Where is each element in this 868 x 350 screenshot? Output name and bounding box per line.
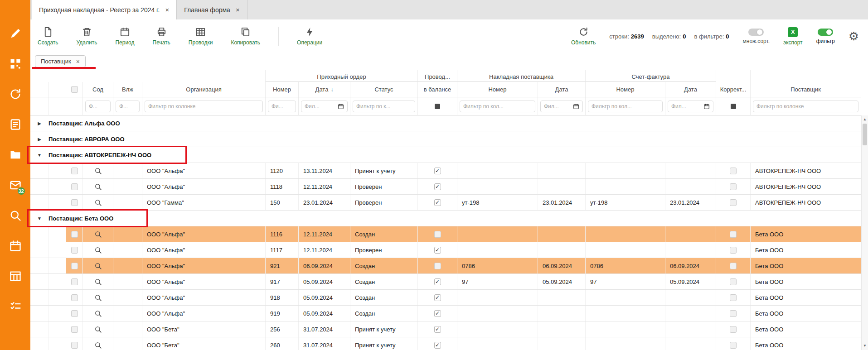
- row-checkbox[interactable]: [71, 326, 78, 333]
- scroll-down-icon[interactable]: ▼: [862, 343, 868, 349]
- preview-magnifier-icon[interactable]: [94, 294, 102, 302]
- calendar-icon[interactable]: [9, 240, 22, 252]
- group-row[interactable]: ▶Поставщик: Альфа ООО: [30, 115, 861, 131]
- mail-icon[interactable]: 32: [9, 179, 22, 192]
- row-checkbox[interactable]: [71, 183, 78, 190]
- period-calendar-button[interactable]: Период: [115, 27, 134, 46]
- preview-magnifier-icon[interactable]: [94, 246, 102, 254]
- calendar-icon[interactable]: [338, 103, 344, 110]
- in-balance-checkbox[interactable]: ✓: [434, 278, 441, 285]
- preview-magnifier-icon[interactable]: [94, 310, 102, 317]
- column-header-expander[interactable]: [30, 82, 48, 97]
- row-checkbox[interactable]: [71, 168, 78, 174]
- column-header-attachments[interactable]: Влж: [113, 82, 142, 97]
- in-balance-checkbox[interactable]: [434, 263, 441, 269]
- filter-input-organization[interactable]: Фильтр по колонке: [145, 101, 263, 112]
- select-all-checkbox[interactable]: [71, 86, 78, 93]
- filter-checkbox-in_balance[interactable]: [435, 104, 440, 109]
- preview-magnifier-icon[interactable]: [94, 230, 102, 238]
- preview-magnifier-icon[interactable]: [94, 278, 102, 286]
- correction-checkbox[interactable]: [730, 278, 737, 285]
- refresh-button[interactable]: Обновить: [571, 27, 596, 46]
- close-icon[interactable]: ×: [165, 6, 169, 13]
- in-balance-checkbox[interactable]: ✓: [434, 294, 441, 301]
- column-header-supplier_invoice_date[interactable]: Дата: [538, 82, 586, 97]
- in-balance-checkbox[interactable]: ✓: [434, 183, 441, 190]
- correction-checkbox[interactable]: [730, 263, 737, 269]
- modules-grid-icon[interactable]: [9, 58, 22, 70]
- in-balance-checkbox[interactable]: [434, 231, 441, 238]
- trash-button[interactable]: Удалить: [77, 27, 97, 46]
- table-row[interactable]: ООО "Альфа"111612.11.2024СозданБета ООО: [30, 226, 861, 242]
- multi-sort-toggle[interactable]: [748, 29, 764, 36]
- documents-list-icon[interactable]: [9, 118, 22, 131]
- column-header-supplier_invoice_number[interactable]: Номер: [457, 82, 538, 97]
- scroll-up-icon[interactable]: ▲: [862, 116, 868, 123]
- postings-table-button[interactable]: Проводки: [189, 27, 213, 46]
- sync-icon[interactable]: [9, 88, 22, 101]
- column-header-status[interactable]: Статус: [350, 82, 418, 97]
- multi-sort-control[interactable]: множ.сорт.: [743, 29, 770, 44]
- filter-input-status[interactable]: Фильтр по к...: [353, 101, 415, 112]
- tab-2[interactable]: Главная форма×: [177, 0, 247, 19]
- column-header-supplier[interactable]: Поставщик: [751, 82, 861, 97]
- correction-checkbox[interactable]: [730, 183, 737, 190]
- filter-control[interactable]: фильтр: [816, 29, 835, 44]
- filter-input-tax_invoice_date[interactable]: Фил...: [668, 101, 713, 112]
- in-balance-checkbox[interactable]: ✓: [434, 168, 441, 174]
- report-table-icon[interactable]: [9, 270, 22, 283]
- filter-input-tax_invoice_number[interactable]: Фильтр по кол...: [588, 101, 663, 112]
- grouping-chip-supplier[interactable]: Поставщик ×: [35, 55, 86, 67]
- row-checkbox[interactable]: [71, 247, 78, 254]
- filter-checkbox-correction[interactable]: [731, 104, 736, 109]
- calendar-icon[interactable]: [703, 103, 710, 110]
- copy-button[interactable]: Копировать: [231, 27, 260, 46]
- calendar-icon[interactable]: [573, 103, 579, 110]
- in-balance-checkbox[interactable]: ✓: [434, 199, 441, 206]
- tasks-checklist-icon[interactable]: [9, 300, 22, 313]
- filter-input-attachments[interactable]: Ф...: [116, 101, 140, 112]
- edit-pencil-icon[interactable]: [9, 27, 22, 40]
- export-control[interactable]: X экспорт: [783, 27, 803, 46]
- table-row[interactable]: ООО "Альфа"111712.11.2024Проверен✓Бета О…: [30, 242, 861, 258]
- column-header-tax_invoice_number[interactable]: Номер: [586, 82, 665, 97]
- group-row[interactable]: ▶Поставщик: АВРОРА ООО: [30, 131, 861, 147]
- in-balance-checkbox[interactable]: ✓: [434, 326, 441, 333]
- preview-magnifier-icon[interactable]: [94, 167, 102, 175]
- row-checkbox[interactable]: [71, 294, 78, 301]
- column-header-spacer[interactable]: [48, 82, 66, 97]
- group-row[interactable]: ▼Поставщик: АВТОКРЕПЕЖ-НЧ ООО: [30, 147, 861, 163]
- row-checkbox[interactable]: [71, 199, 78, 206]
- table-row[interactable]: ООО "Альфа"92106.09.2024Создан078606.09.…: [30, 258, 861, 274]
- table-row[interactable]: ООО "Альфа"91805.09.2024Создан✓Бета ООО: [30, 290, 861, 306]
- correction-checkbox[interactable]: [730, 247, 737, 254]
- new-document-button[interactable]: Создать: [38, 27, 58, 46]
- chevron-right-icon[interactable]: ▶: [30, 137, 48, 142]
- in-balance-checkbox[interactable]: ✓: [434, 310, 441, 317]
- correction-checkbox[interactable]: [730, 342, 737, 349]
- correction-checkbox[interactable]: [730, 199, 737, 206]
- column-header-organization[interactable]: Организация: [142, 82, 266, 97]
- scrollbar-thumb[interactable]: [863, 124, 867, 145]
- table-row[interactable]: ООО "Альфа"112013.11.2024Принят к учету✓…: [30, 163, 861, 179]
- preview-magnifier-icon[interactable]: [94, 262, 102, 270]
- column-header-order_number[interactable]: Номер: [266, 82, 299, 97]
- preview-magnifier-icon[interactable]: [94, 183, 102, 191]
- table-row[interactable]: ООО "Альфа"91905.09.2024Создан✓Бета ООО: [30, 306, 861, 321]
- row-checkbox[interactable]: [71, 342, 78, 349]
- operations-lightning-button[interactable]: Операции: [297, 27, 322, 46]
- settings-gear-icon[interactable]: ⚙: [849, 30, 859, 42]
- search-icon[interactable]: [9, 209, 22, 222]
- row-checkbox[interactable]: [71, 263, 78, 269]
- row-checkbox[interactable]: [71, 231, 78, 238]
- in-balance-checkbox[interactable]: ✓: [434, 342, 441, 349]
- close-icon[interactable]: ×: [76, 58, 80, 65]
- filter-toggle[interactable]: [818, 29, 833, 36]
- folder-icon[interactable]: [9, 149, 22, 161]
- column-header-correction[interactable]: Коррект...: [716, 82, 751, 97]
- chevron-down-icon[interactable]: ▼: [30, 153, 48, 158]
- vertical-scrollbar[interactable]: ▲ ▼: [861, 115, 868, 350]
- chevron-down-icon[interactable]: ▼: [30, 216, 48, 221]
- chevron-right-icon[interactable]: ▶: [30, 121, 48, 126]
- filter-input-order_number[interactable]: Фи...: [268, 101, 296, 112]
